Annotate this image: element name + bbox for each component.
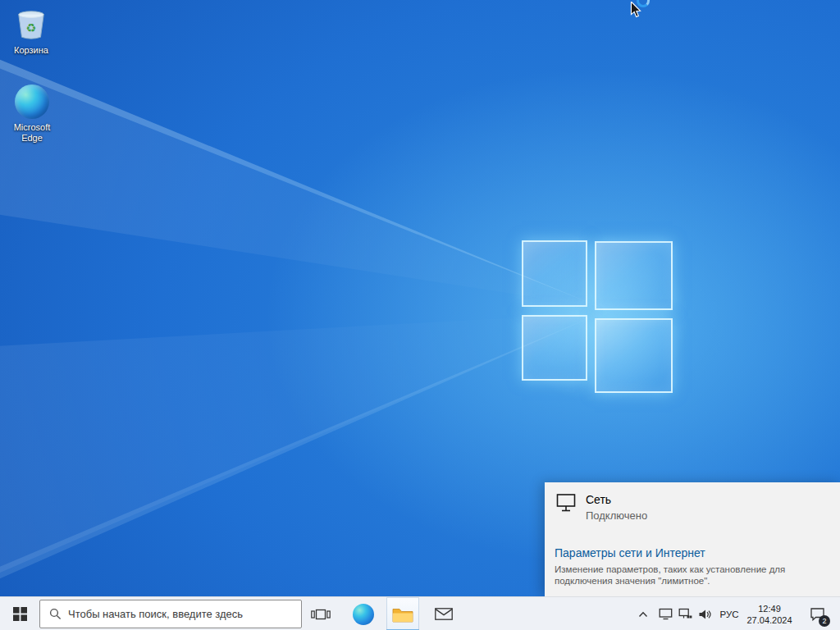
taskbar-mail-button[interactable]: [427, 597, 460, 630]
recycle-bin-icon: ♻: [13, 7, 49, 43]
windows-logo-icon: [13, 607, 27, 621]
desktop-icon-label: Microsoft Edge: [2, 122, 62, 144]
windows-logo-pane: [522, 240, 587, 307]
notification-badge: 2: [819, 615, 830, 627]
search-icon: [49, 608, 62, 620]
network-settings-link[interactable]: Параметры сети и Интернет: [555, 546, 705, 559]
windows-logo-pane: [522, 315, 587, 381]
tray-network-icon[interactable]: [675, 597, 695, 630]
search-input[interactable]: [68, 608, 296, 620]
action-center-button[interactable]: 2: [799, 597, 835, 630]
windows-logo-pane: [595, 241, 673, 310]
language-indicator[interactable]: РУС: [715, 597, 743, 630]
network-status: Подключено: [586, 509, 647, 522]
clock-date: 27.04.2024: [746, 614, 792, 626]
mail-icon: [435, 608, 453, 620]
edge-icon: [353, 604, 374, 625]
file-explorer-icon: [392, 606, 413, 623]
network-settings-description: Изменение параметров, таких как установл…: [555, 564, 832, 587]
task-view-icon: [311, 608, 331, 621]
ethernet-icon: [556, 493, 578, 513]
windows-logo-pane: [595, 318, 673, 393]
taskbar: РУС 12:49 27.04.2024 2: [0, 596, 840, 630]
taskbar-search-box[interactable]: [39, 600, 302, 628]
network-flyout-panel: Сеть Подключено Параметры сети и Интерне…: [545, 482, 840, 596]
clock-time: 12:49: [758, 603, 781, 614]
edge-icon: [14, 84, 50, 120]
tray-volume-icon[interactable]: [695, 597, 714, 630]
task-view-button[interactable]: [304, 597, 337, 630]
desktop-icon-recycle-bin[interactable]: ♻ Корзина: [2, 7, 61, 56]
desktop-icon-label: Корзина: [2, 45, 61, 56]
network-name: Сеть: [586, 493, 611, 506]
start-button[interactable]: [0, 597, 39, 630]
taskbar-edge-button[interactable]: [347, 597, 380, 630]
chevron-up-icon: [638, 611, 648, 618]
taskbar-clock[interactable]: 12:49 27.04.2024: [743, 597, 796, 630]
svg-text:♻: ♻: [26, 21, 37, 34]
show-hidden-icons-button[interactable]: [633, 597, 653, 630]
taskbar-file-explorer-button[interactable]: [386, 597, 419, 630]
tray-display-icon[interactable]: [655, 597, 675, 630]
windows-desktop-screen: ♻ Корзина Microsoft Edge Сеть: [0, 0, 840, 630]
desktop-icon-microsoft-edge[interactable]: Microsoft Edge: [2, 84, 62, 144]
